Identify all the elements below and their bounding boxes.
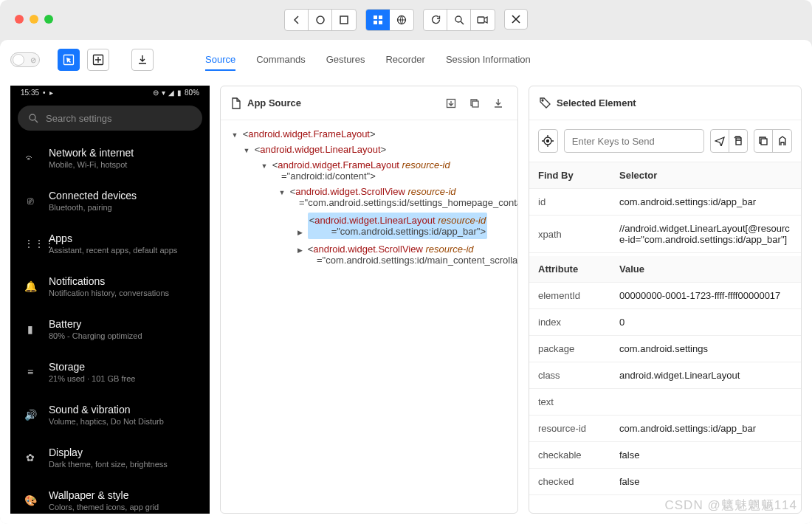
toggle-icon[interactable]: ▼ [259,162,269,170]
tab-source[interactable]: Source [205,49,235,71]
refresh-button[interactable] [424,10,447,30]
back-button[interactable] [285,10,309,30]
svg-point-20 [542,100,543,101]
clear-keys-button[interactable] [729,130,748,152]
sound-icon: 🔊 [24,409,37,421]
table-row[interactable]: resource-idcom.android.settings:id/app_b… [529,416,801,442]
status-battery-icon: ▮ [177,89,182,97]
search-button[interactable] [447,10,471,30]
device-settings-item[interactable]: 🔊Sound & vibrationVolume, haptics, Do No… [10,393,210,436]
device-item-subtitle: 80% - Charging optimized [49,331,142,340]
circle-button[interactable] [309,10,332,30]
devices-icon: ⎚ [24,195,37,207]
table-row[interactable]: elementId00000000-0001-1723-ffff-ffff000… [529,283,801,309]
device-item-title: Apps [49,232,177,244]
send-keys-button[interactable] [711,130,729,152]
device-item-title: Connected devices [49,190,137,201]
get-timing-button[interactable] [773,130,791,152]
device-settings-item[interactable]: ▮Battery80% - Charging optimized [10,308,210,351]
tap-element-button[interactable] [538,129,558,153]
tree-node[interactable]: ▶ <android.widget.ScrollView resource-id… [224,241,509,268]
source-tree[interactable]: ▼ <android.widget.FrameLayout> ▼ <androi… [221,120,517,513]
table-row[interactable]: text [529,389,801,416]
attr-key: text [529,389,610,416]
search-icon [28,113,38,123]
status-dot-icon: • [43,89,46,97]
tree-node[interactable]: ▼ <android.widget.LinearLayout> [224,142,509,157]
device-item-title: Sound & vibration [49,404,164,416]
device-settings-item[interactable]: ᯤNetwork & internetMobile, Wi-Fi, hotspo… [10,137,210,179]
findby-key: id [529,189,610,216]
table-row[interactable]: packagecom.android.settings [529,336,801,362]
app-source-title: App Source [247,97,301,108]
top-toolbar [0,9,812,31]
tab-gestures[interactable]: Gestures [326,49,365,71]
toggle-icon[interactable]: ▶ [295,247,305,254]
svg-rect-27 [736,138,741,145]
tap-by-coords-button[interactable] [87,49,109,71]
tree-node-selected[interactable]: <android.widget.LinearLayout resource-id… [308,213,488,239]
status-signal-icon: ◢ [168,89,174,97]
device-search-bar[interactable]: Search settings [18,106,202,131]
grid-view-button[interactable] [366,10,390,30]
attr-val: false [610,442,801,469]
tab-session-info[interactable]: Session Information [446,49,531,71]
download-screenshot-button[interactable] [131,49,154,71]
device-item-subtitle: Volume, haptics, Do Not Disturb [49,417,164,426]
device-item-subtitle: Bluetooth, pairing [49,203,137,212]
tab-commands[interactable]: Commands [256,49,305,71]
table-row[interactable]: index0 [529,309,801,336]
device-settings-item[interactable]: ⎚Connected devicesBluetooth, pairing [10,179,210,222]
attr-val: android.widget.LinearLayout [610,362,801,389]
table-row[interactable]: checkablefalse [529,442,801,469]
app-source-panel: App Source ▼ <android.widget.FrameLayout… [220,86,518,514]
device-settings-item[interactable]: ⋮⋮⋮AppsAssistant, recent apps, default a… [10,222,210,265]
toggle-icon[interactable]: ▼ [241,147,252,154]
record-button[interactable] [471,10,495,30]
device-screenshot[interactable]: 15:35 • ▸ ⊖ ▾ ◢ ▮ 80% Search settings [10,86,210,514]
tree-node[interactable]: ▼ <android.widget.ScrollView resource-id… [224,184,509,210]
table-row[interactable]: idcom.android.settings:id/app_bar [529,189,801,216]
mode-switch[interactable]: ⊘ [10,52,40,67]
close-session-button[interactable] [504,9,528,30]
wifi-icon: ᯤ [24,152,37,164]
copy-source-button[interactable] [466,94,484,112]
attr-key: index [529,309,610,336]
device-settings-item[interactable]: ≡Storage21% used · 101 GB free [10,351,210,393]
device-item-subtitle: Notification history, conversations [49,289,169,297]
storage-icon: ≡ [24,366,37,378]
tag-icon [540,97,551,108]
expand-source-button[interactable] [442,94,460,112]
tree-node[interactable]: ▼ <android.widget.FrameLayout resource-i… [224,157,509,184]
send-keys-input[interactable] [564,129,704,153]
table-row[interactable]: xpath//android.widget.LinearLayout[@reso… [529,216,801,253]
device-settings-item[interactable]: ✿DisplayDark theme, font size, brightnes… [10,436,210,479]
attr-key: resource-id [529,416,610,442]
toggle-icon[interactable]: ▼ [277,189,287,196]
findby-table: Find BySelector idcom.android.settings:i… [529,162,801,253]
toolbar-nav-group [284,9,357,31]
toggle-icon[interactable]: ▶ [295,229,305,236]
device-item-title: Notifications [49,275,169,287]
device-settings-item[interactable]: 🎨Wallpaper & styleColors, themed icons, … [10,479,210,514]
device-item-title: Display [49,447,168,458]
select-element-button[interactable] [58,49,80,71]
selected-element-panel: Selected Element Find B [529,86,802,514]
device-item-subtitle: Mobile, Wi-Fi, hotspot [49,160,134,169]
tree-node[interactable]: ▼ <android.widget.FrameLayout> [224,126,509,142]
toggle-icon[interactable]: ▼ [230,131,240,139]
copy-element-button[interactable] [754,130,773,152]
device-settings-item[interactable]: 🔔NotificationsNotification history, conv… [10,265,210,308]
findby-key: xpath [529,216,610,253]
toolbar-util-group [423,9,495,31]
globe-button[interactable] [390,10,413,30]
toolbar-view-group [365,9,414,31]
table-row[interactable]: classandroid.widget.LinearLayout [529,362,801,389]
attr-val: com.android.settings:id/app_bar [610,416,801,442]
device-item-subtitle: Assistant, recent apps, default apps [49,246,177,255]
square-button[interactable] [332,10,356,30]
svg-point-22 [547,140,549,142]
table-row[interactable]: checkedfalse [529,469,801,495]
tab-recorder[interactable]: Recorder [385,49,424,71]
download-source-button[interactable] [489,94,507,112]
